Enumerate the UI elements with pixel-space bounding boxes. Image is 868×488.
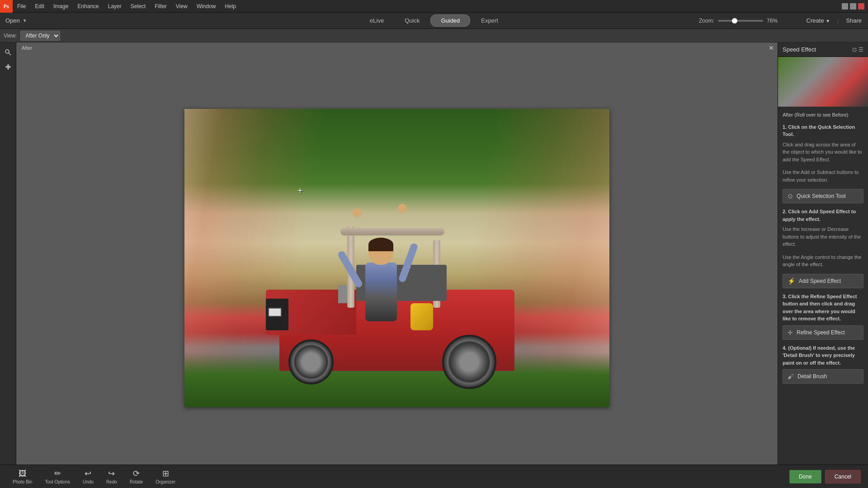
step1-heading: 1. Click on the Quick Selection Tool. [783,123,863,138]
rotate-tool[interactable]: ⟳ Rotate [124,467,148,486]
step3-heading: 3. Click the Refine Speed Effect button … [783,293,863,323]
bottom-actions: Done Cancel [789,470,861,483]
menu-edit[interactable]: Edit [30,0,49,12]
step2-desc1: Use the Increase or Decrease buttons to … [783,225,863,248]
tab-quick[interactable]: Quick [395,15,429,26]
redo-icon: ↪ [108,469,115,479]
detail-brush-button[interactable]: 🖌 Detail Brush [783,369,863,384]
tool-options-icon: ✏ [54,469,61,479]
boy-silhouette [365,263,397,321]
svg-point-4 [7,66,9,68]
minimize-button[interactable] [842,3,848,9]
panel-title-icons: ⊡ ☰ [852,47,863,53]
rotate-icon: ⟳ [133,469,140,479]
maximize-button[interactable] [850,3,856,9]
step2-heading: 2. Click on Add Speed Effect to apply th… [783,208,863,223]
menu-view[interactable]: View [171,0,192,12]
panel-title-text: Speed Effect [783,46,816,53]
svg-text:Ps: Ps [4,4,9,9]
zoom-label: Zoom: [699,18,714,24]
quick-selection-button[interactable]: ⊙ Quick Selection Tool [783,189,863,203]
toy-object [410,303,433,330]
step2-desc2: Use the Angle control to change the angl… [783,253,863,268]
tab-guided[interactable]: Guided [430,14,470,27]
undo-icon: ↩ [85,469,91,479]
quick-selection-icon: ⊙ [788,192,793,200]
menu-layer[interactable]: Layer [104,0,126,12]
detail-brush-icon: 🖌 [788,373,794,380]
wheel-front-left [288,339,334,385]
photo-frame[interactable]: + [184,109,609,407]
add-speed-effect-icon: ⚡ [788,277,795,285]
done-button[interactable]: Done [789,470,821,483]
menu-select[interactable]: Select [126,0,150,12]
menu-filter[interactable]: Filter [150,0,171,12]
main-layout: After ✕ [0,42,868,465]
right-panel: Speed Effect ⊡ ☰ After (Roll over to see… [778,42,868,465]
photo-bin-icon: 🖼 [19,469,27,479]
undo-tool[interactable]: ↩ Undo [77,467,99,486]
share-button[interactable]: Share [840,15,868,26]
mode-bar: Open ▼ eLive Quick Guided Expert Zoom: 7… [0,13,868,29]
canvas-label: After [22,45,32,51]
figure-1 [338,285,347,303]
view-label: View: [4,33,17,39]
mode-tabs: eLive Quick Guided Expert [360,14,508,27]
cancel-button[interactable]: Cancel [825,470,861,483]
create-share-area: Create ▼ | Share [800,15,868,26]
zoom-value: 76% [767,18,778,24]
refine-speed-effect-icon: ✛ [788,329,793,336]
preview-thumbnail [778,57,868,107]
panel-title-bar: Speed Effect ⊡ ☰ [778,42,868,57]
redo-tool[interactable]: ↪ Redo [101,467,123,486]
zoom-area: Zoom: 76% [699,18,778,24]
menu-file[interactable]: File [13,0,30,12]
plus-cursor-indicator: + [297,186,303,196]
add-speed-effect-button[interactable]: ⚡ Add Speed Effect [783,274,863,288]
step4-heading: 4. (Optional) If needed, use the 'Detail… [783,344,863,367]
step1-desc2: Use the Add or Subtract buttons to refin… [783,169,863,183]
organizer-tool[interactable]: ⊞ Organizer [150,467,181,486]
zoom-slider[interactable] [718,20,763,22]
canvas-area: After ✕ [16,42,778,465]
menu-image[interactable]: Image [49,0,73,12]
preview-image [778,57,868,107]
view-select[interactable]: After Only [20,31,60,41]
svg-point-2 [5,50,9,53]
photo-container: + [16,52,778,465]
app-logo: Ps [0,0,13,13]
tab-expert[interactable]: Expert [471,15,508,26]
refine-speed-effect-button[interactable]: ✛ Refine Speed Effect [783,325,863,340]
step1-desc1: Click and drag across the area of the ob… [783,141,863,164]
bottom-bar: 🖼 Photo Bin ✏ Tool Options ↩ Undo ↪ Redo… [0,465,868,488]
view-bar: View: After Only [0,29,868,42]
panel-restore-icon[interactable]: ⊡ [852,47,857,53]
create-button[interactable]: Create ▼ [800,15,837,26]
tab-elive[interactable]: eLive [360,15,394,26]
close-button[interactable] [858,3,864,9]
menu-window[interactable]: Window [192,0,221,12]
open-button[interactable]: Open ▼ [0,13,33,28]
menu-bar: Ps File Edit Image Enhance Layer Select … [0,0,868,13]
left-toolbar [0,42,16,465]
tool-options-tool[interactable]: ✏ Tool Options [39,467,75,486]
menu-enhance[interactable]: Enhance [73,0,103,12]
close-canvas-button[interactable]: ✕ [769,44,774,52]
photo-bin-tool[interactable]: 🖼 Photo Bin [7,467,38,486]
svg-line-3 [9,53,11,55]
menu-help[interactable]: Help [220,0,241,12]
bottom-tools: 🖼 Photo Bin ✏ Tool Options ↩ Undo ↪ Redo… [7,467,181,486]
wheel-rear-left [442,335,496,389]
panel-content: After (Roll over to see Before) 1. Click… [778,107,868,465]
panel-menu-icon[interactable]: ☰ [859,47,863,53]
move-tool[interactable] [2,61,14,73]
zoom-tool[interactable] [2,46,14,59]
organizer-icon: ⊞ [162,469,169,479]
rollover-instruction: After (Roll over to see Before) [783,111,863,119]
